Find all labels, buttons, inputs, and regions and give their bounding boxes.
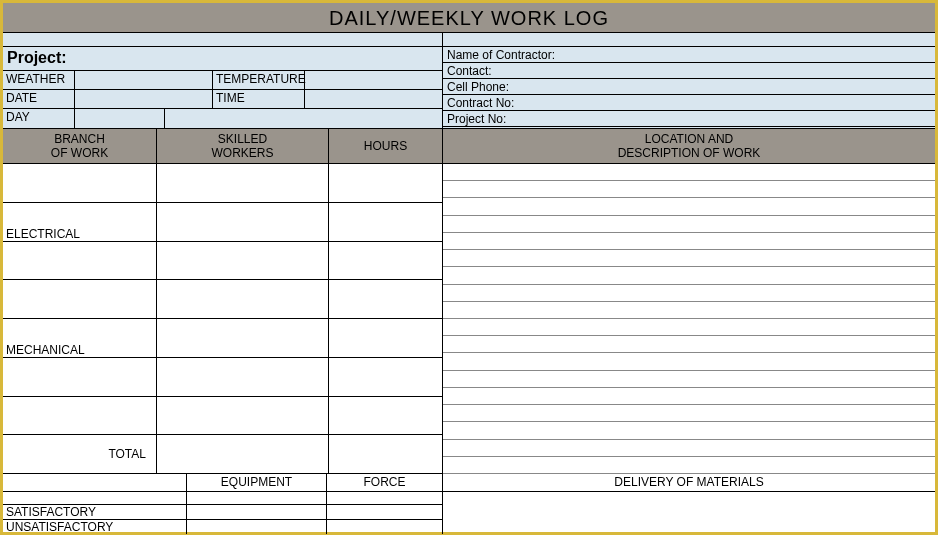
project-label: Project: xyxy=(3,47,442,71)
desc-line[interactable] xyxy=(443,371,935,388)
branch-cell-electrical[interactable]: ELECTRICAL xyxy=(3,203,157,241)
branch-cell[interactable] xyxy=(3,242,157,280)
hours-cell[interactable] xyxy=(329,280,443,318)
desc-line[interactable] xyxy=(443,198,935,215)
skilled-cell[interactable] xyxy=(157,397,329,435)
day-label: DAY xyxy=(3,109,75,128)
desc-line[interactable] xyxy=(443,250,935,267)
header-location: LOCATION AND DESCRIPTION OF WORK xyxy=(443,129,935,163)
temperature-label: TEMPERATURE xyxy=(213,71,305,89)
date-label: DATE xyxy=(3,90,75,108)
blank-sat-row xyxy=(3,492,443,505)
hours-cell[interactable] xyxy=(329,203,443,241)
total-hours[interactable] xyxy=(329,435,443,473)
force-cell[interactable] xyxy=(327,492,443,504)
header-skilled-l2: WORKERS xyxy=(211,146,273,160)
contractor-name-label: Name of Contractor: xyxy=(443,47,935,63)
project-no-label: Project No: xyxy=(443,111,935,127)
contact-label: Contact: xyxy=(443,63,935,79)
equipment-cell[interactable] xyxy=(187,520,327,534)
desc-line[interactable] xyxy=(443,267,935,284)
description-lines[interactable] xyxy=(443,164,935,474)
branch-cell[interactable] xyxy=(3,397,157,435)
desc-line[interactable] xyxy=(443,440,935,457)
delivery-header: DELIVERY OF MATERIALS xyxy=(443,474,935,492)
header-skilled-l1: SKILLED xyxy=(218,132,267,146)
info-section: Project: WEATHER TEMPERATURE DATE TIME D… xyxy=(3,33,935,128)
hours-cell[interactable] xyxy=(329,319,443,357)
desc-line[interactable] xyxy=(443,319,935,336)
desc-line[interactable] xyxy=(443,405,935,422)
branch-cell[interactable] xyxy=(3,164,157,202)
desc-line[interactable] xyxy=(443,233,935,250)
force-header: FORCE xyxy=(327,474,443,491)
lower-left: EQUIPMENT FORCE SATISFACTORY UNSATISFACT… xyxy=(3,474,443,534)
table-row xyxy=(3,164,443,203)
weather-label: WEATHER xyxy=(3,71,75,89)
body-section: ELECTRICAL MECHANICAL xyxy=(3,164,935,474)
equipment-header-row: EQUIPMENT FORCE xyxy=(3,474,443,492)
header-branch-l1: BRANCH xyxy=(54,132,105,146)
weather-value[interactable] xyxy=(75,71,213,89)
skilled-cell[interactable] xyxy=(157,319,329,357)
desc-line[interactable] xyxy=(443,353,935,370)
day-value[interactable] xyxy=(75,109,165,128)
total-skilled[interactable] xyxy=(157,435,329,473)
header-loc-l1: LOCATION AND xyxy=(645,132,733,146)
day-row: DAY xyxy=(3,109,442,128)
delivery-body[interactable] xyxy=(443,492,935,534)
blank-strip xyxy=(3,33,442,47)
skilled-cell[interactable] xyxy=(157,358,329,396)
day-rest xyxy=(165,109,442,128)
weather-row: WEATHER TEMPERATURE xyxy=(3,71,442,90)
branch-cell[interactable] xyxy=(3,280,157,318)
table-row: ELECTRICAL xyxy=(3,203,443,242)
hours-cell[interactable] xyxy=(329,397,443,435)
hours-cell[interactable] xyxy=(329,164,443,202)
branch-cell[interactable] xyxy=(3,358,157,396)
table-row xyxy=(3,242,443,281)
satisfactory-row: SATISFACTORY xyxy=(3,505,443,520)
equipment-header: EQUIPMENT xyxy=(187,474,327,491)
equipment-cell[interactable] xyxy=(187,492,327,504)
time-value[interactable] xyxy=(305,90,442,108)
desc-line[interactable] xyxy=(443,422,935,439)
skilled-cell[interactable] xyxy=(157,203,329,241)
skilled-cell[interactable] xyxy=(157,280,329,318)
desc-line[interactable] xyxy=(443,457,935,474)
header-loc-l2: DESCRIPTION OF WORK xyxy=(618,146,761,160)
desc-line[interactable] xyxy=(443,285,935,302)
unsatisfactory-label: UNSATISFACTORY xyxy=(3,520,187,534)
hours-cell[interactable] xyxy=(329,242,443,280)
force-cell[interactable] xyxy=(327,505,443,519)
lower-section: EQUIPMENT FORCE SATISFACTORY UNSATISFACT… xyxy=(3,474,935,534)
desc-line[interactable] xyxy=(443,302,935,319)
desc-line[interactable] xyxy=(443,164,935,181)
time-label: TIME xyxy=(213,90,305,108)
total-row: TOTAL xyxy=(3,435,443,474)
desc-line[interactable] xyxy=(443,181,935,198)
desc-line[interactable] xyxy=(443,216,935,233)
skilled-cell[interactable] xyxy=(157,242,329,280)
work-grid: ELECTRICAL MECHANICAL xyxy=(3,164,443,474)
cell-phone-label: Cell Phone: xyxy=(443,79,935,95)
desc-line[interactable] xyxy=(443,388,935,405)
blank-cell[interactable] xyxy=(3,492,187,504)
header-hours: HOURS xyxy=(329,129,443,163)
desc-line[interactable] xyxy=(443,336,935,353)
skilled-cell[interactable] xyxy=(157,164,329,202)
table-row xyxy=(3,397,443,436)
page-title: DAILY/WEEKLY WORK LOG xyxy=(3,3,935,33)
hours-cell[interactable] xyxy=(329,358,443,396)
total-label: TOTAL xyxy=(3,435,157,473)
equipment-cell[interactable] xyxy=(187,505,327,519)
temperature-value[interactable] xyxy=(305,71,442,89)
blank-strip-right xyxy=(443,33,935,47)
info-right: Name of Contractor: Contact: Cell Phone:… xyxy=(443,33,935,128)
force-cell[interactable] xyxy=(327,520,443,534)
date-value[interactable] xyxy=(75,90,213,108)
branch-cell-mechanical[interactable]: MECHANICAL xyxy=(3,319,157,357)
table-row: MECHANICAL xyxy=(3,319,443,358)
blank-header xyxy=(3,474,187,491)
satisfactory-label: SATISFACTORY xyxy=(3,505,187,519)
